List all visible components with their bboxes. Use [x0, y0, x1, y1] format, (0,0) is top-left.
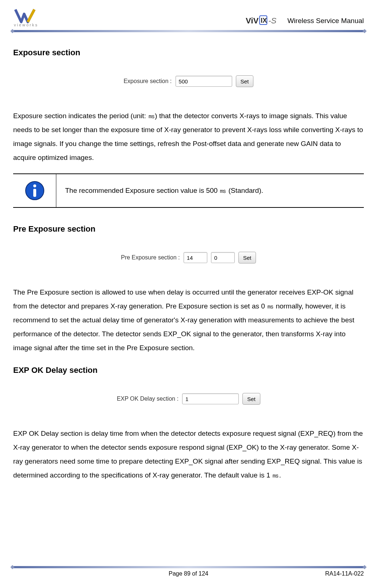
- info-icon: [25, 181, 45, 201]
- exposure-label: Exposure section :: [124, 75, 172, 87]
- vieworks-logo-icon: vieworks: [13, 7, 44, 27]
- svg-text:IX: IX: [261, 17, 267, 24]
- info-box: The recommended Exposure section value i…: [13, 173, 364, 208]
- brand-text: vieworks: [14, 23, 38, 27]
- exposure-body: Exposure section indicates the period (u…: [13, 109, 364, 165]
- pre-exposure-input-2[interactable]: [211, 252, 235, 263]
- expok-ui-row: EXP OK Delay section : Set: [13, 393, 364, 405]
- exposure-set-button[interactable]: Set: [236, 75, 254, 87]
- heading-exposure: Exposure section: [13, 45, 364, 61]
- svg-rect-6: [33, 189, 36, 197]
- info-icon-cell: [13, 174, 56, 207]
- pre-exposure-body: The Pre Exposure section is allowed to u…: [13, 285, 364, 355]
- expok-body: EXP OK Delay section is delay time from …: [13, 427, 364, 482]
- page-footer: Page 89 of 124 RA14-11A-022: [13, 566, 364, 577]
- svg-point-5: [33, 184, 36, 187]
- svg-text:-S: -S: [268, 16, 276, 25]
- pre-exposure-set-button[interactable]: Set: [238, 252, 256, 263]
- footer-divider: [12, 566, 365, 568]
- svg-text:ViV: ViV: [246, 16, 259, 25]
- expok-set-button[interactable]: Set: [242, 393, 260, 405]
- expok-label: EXP OK Delay section :: [117, 393, 178, 405]
- page-header: vieworks ViV IX -S Wireless Service Manu…: [13, 7, 364, 30]
- header-divider: [12, 30, 365, 32]
- exposure-input[interactable]: [176, 76, 232, 87]
- manual-title: Wireless Service Manual: [287, 17, 364, 25]
- vivix-logo-icon: ViV IX -S: [246, 15, 282, 27]
- pre-exposure-input-1[interactable]: [184, 252, 207, 263]
- page-number: Page 89 of 124: [13, 570, 364, 577]
- heading-expok: EXP OK Delay section: [13, 362, 364, 378]
- expok-input[interactable]: [182, 393, 239, 404]
- page-content: Exposure section Exposure section : Set …: [13, 32, 364, 482]
- pre-exposure-label: Pre Exposure section :: [121, 252, 180, 263]
- pre-exposure-ui-row: Pre Exposure section : Set: [13, 252, 364, 263]
- exposure-ui-row: Exposure section : Set: [13, 75, 364, 87]
- brand-logo: vieworks: [13, 7, 44, 27]
- heading-pre-exposure: Pre Exposure section: [13, 221, 364, 237]
- info-text: The recommended Exposure section value i…: [56, 174, 364, 207]
